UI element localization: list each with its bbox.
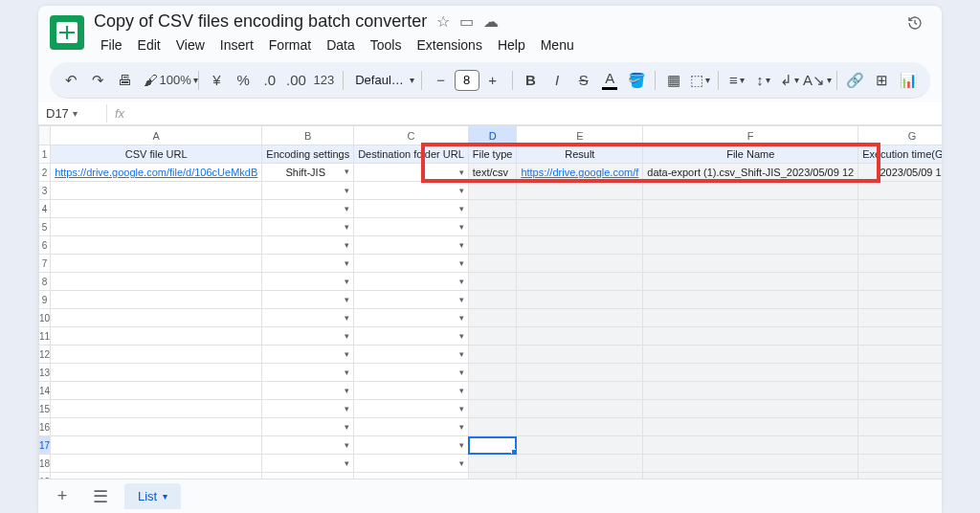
cell[interactable]: ▾ [354,346,469,364]
cell[interactable] [517,346,643,364]
col-header-A[interactable]: A [51,126,262,145]
cell[interactable] [468,182,517,200]
cell[interactable] [858,346,942,364]
fontsize-input[interactable] [455,70,479,91]
cell[interactable] [517,236,643,255]
row-header[interactable]: 4 [39,200,51,218]
redo-icon[interactable]: ↷ [86,67,111,94]
cell[interactable] [643,273,858,291]
doc-title[interactable]: Copy of CSV files encoding batch convert… [94,11,427,32]
cell[interactable] [51,309,262,327]
cell[interactable] [858,236,942,255]
cell[interactable] [51,218,262,236]
cell[interactable] [517,400,643,418]
cell[interactable] [643,200,858,218]
cell[interactable]: ▾ [354,273,469,291]
cell[interactable] [51,382,262,400]
cell[interactable] [517,218,643,236]
cell[interactable] [858,200,942,218]
cell[interactable]: https://drive.google.com/file/d/106cUeMk… [51,164,262,182]
row-header[interactable]: 14 [39,382,51,400]
cell[interactable] [517,473,643,480]
cell[interactable] [643,364,858,382]
row-header[interactable]: 15 [39,400,51,418]
cell[interactable] [643,309,858,327]
star-icon[interactable]: ☆ [436,12,450,31]
cell[interactable] [51,273,262,291]
cell[interactable]: ▾ [354,327,469,346]
cell[interactable]: ▾ [354,309,469,327]
cell[interactable]: ▾ [354,436,469,455]
cell[interactable] [468,436,517,455]
cell[interactable] [858,364,942,382]
cell[interactable] [468,418,517,436]
cell[interactable] [643,418,858,436]
text-color-button[interactable]: A [598,67,623,94]
cell[interactable] [51,236,262,255]
all-sheets-button[interactable]: ☰ [86,486,115,507]
row-header[interactable]: 5 [39,218,51,236]
menu-extensions[interactable]: Extensions [410,33,488,56]
cell[interactable] [468,364,517,382]
menu-insert[interactable]: Insert [213,33,260,56]
text-wrap-button[interactable]: ↲ [777,67,802,94]
result-link[interactable]: https://drive.google.com/f [521,167,638,178]
cell[interactable]: ▾ [354,164,469,182]
cell[interactable]: ▾ [262,273,354,291]
cell[interactable] [468,400,517,418]
menu-help[interactable]: Help [491,33,532,56]
cell[interactable] [643,382,858,400]
cell[interactable] [643,436,858,455]
cell[interactable] [51,455,262,473]
cell[interactable]: ▾ [262,400,354,418]
cell[interactable]: ▾ [262,291,354,309]
cell[interactable] [858,400,942,418]
col-header-B[interactable]: B [262,126,354,145]
cell[interactable] [517,436,643,455]
cell[interactable]: 2023/05/09 12:45 [858,164,942,182]
cell[interactable]: ▾ [262,236,354,255]
cell[interactable] [468,255,517,273]
increase-fontsize-button[interactable]: + [479,67,506,94]
row-header[interactable]: 10 [39,309,51,327]
cell[interactable] [468,309,517,327]
cell[interactable]: Result [517,145,643,164]
cell[interactable]: CSV file URL [51,145,262,164]
cell[interactable] [858,218,942,236]
row-header[interactable]: 3 [39,182,51,200]
col-header-E[interactable]: E [517,126,643,145]
row-header[interactable]: 6 [39,236,51,255]
cell[interactable]: ▾ [262,309,354,327]
move-to-drive-icon[interactable]: ▭ [459,12,474,31]
currency-yen-icon[interactable]: ¥ [205,67,230,94]
cell[interactable] [468,236,517,255]
link-button[interactable]: 🔗 [843,67,868,94]
row-header[interactable]: 16 [39,418,51,436]
menu-format[interactable]: Format [262,33,318,56]
font-family-select[interactable]: Defaul… [349,73,414,87]
cell[interactable]: ▾ [262,346,354,364]
bold-button[interactable]: B [519,67,544,94]
cell[interactable] [468,382,517,400]
menu-edit[interactable]: Edit [131,33,167,56]
cell[interactable] [51,400,262,418]
spreadsheet-grid[interactable]: ABCDEFGH1CSV file URLEncoding settingsDe… [38,125,942,479]
row-header[interactable]: 7 [39,255,51,273]
decrease-decimal-icon[interactable]: .0 [257,67,282,94]
cell[interactable] [51,182,262,200]
add-sheet-button[interactable]: + [48,486,77,506]
cell[interactable]: ▾ [262,218,354,236]
cloud-status-icon[interactable]: ☁ [483,12,499,31]
sheets-logo-icon[interactable] [50,15,84,50]
cell[interactable] [51,346,262,364]
print-icon[interactable]: 🖶 [112,67,137,94]
number-format-button[interactable]: 123 [310,67,337,94]
cell[interactable] [643,346,858,364]
cell[interactable]: File type [468,145,517,164]
cell[interactable]: ▾ [354,455,469,473]
row-header[interactable]: 2 [39,164,51,182]
cell[interactable]: ▾ [262,436,354,455]
undo-icon[interactable]: ↶ [59,67,84,94]
cell[interactable] [468,473,517,480]
italic-button[interactable]: I [545,67,569,94]
